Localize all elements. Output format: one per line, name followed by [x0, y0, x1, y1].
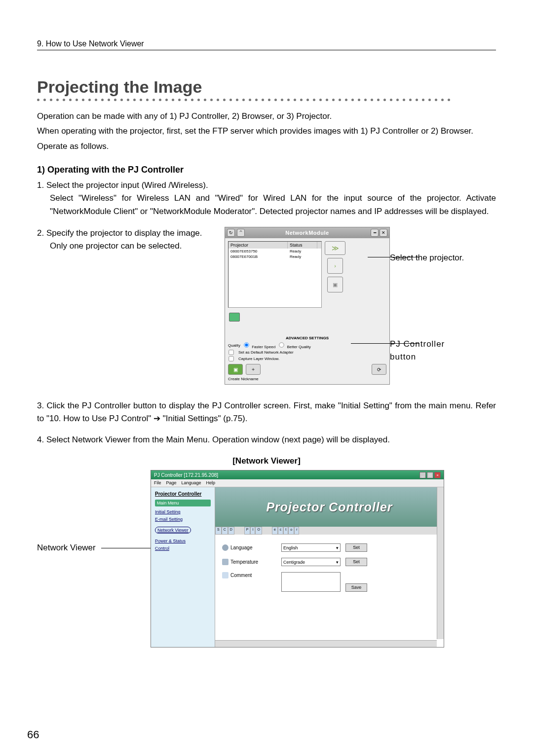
tab[interactable]: C [222, 527, 228, 535]
play-button[interactable]: › [327, 258, 343, 274]
list-row[interactable]: 08007E653750 Ready [228, 249, 321, 254]
label-temperature: Temperature [230, 559, 258, 565]
callout-line [101, 548, 151, 548]
menu-file[interactable]: File [154, 480, 161, 486]
row-temperature: Temperature Centigrade▾ Set [222, 558, 437, 566]
tab[interactable]: I [250, 527, 255, 535]
wifi-icon[interactable]: ⌃ [237, 229, 245, 237]
step-2-lead: 2. Specify the projector to display the … [37, 228, 202, 238]
callout-select-projector: Select the projector. [390, 252, 464, 264]
network-viewer-heading: [Network Viewer] [37, 456, 496, 466]
sidebar-network-viewer[interactable]: Network Viewer [155, 527, 191, 534]
cell-proj: 08007E67001B [228, 254, 288, 259]
sidebar-initial-setting[interactable]: Initial Setting [155, 509, 211, 514]
add-button[interactable]: ＋ [246, 364, 261, 375]
callout-pj-controller: PJ Controller button [390, 338, 445, 364]
cell-status: Ready [288, 254, 317, 259]
decorative-dots [37, 99, 496, 101]
sidebar-email-setting[interactable]: E-mail Setting [155, 517, 211, 522]
sidebar-main-menu[interactable]: Main Menu [155, 500, 211, 506]
play-all-button[interactable]: ≫ [325, 241, 345, 255]
close-icon[interactable]: ✕ [380, 229, 387, 237]
tab[interactable]: O [255, 527, 262, 535]
networkmodule-window: ↻ ⌃ NetworkModule ━ ✕ Projector Status [225, 227, 390, 385]
default-adapter-checkbox[interactable]: Set as Default Network Adapter [228, 349, 386, 356]
sidebar-title: Projector Controller [155, 491, 211, 497]
tab[interactable]: c [278, 527, 284, 535]
cell-proj: 08007E653750 [228, 249, 288, 254]
better-quality-radio[interactable]: Better Quality [278, 342, 311, 349]
chapter-heading: 9. How to Use Network Viewer [37, 39, 496, 50]
pj-main-panel: Projector Controller SCD PIO ector Langu… [215, 487, 444, 647]
cell-status: Ready [288, 249, 317, 254]
menu-page[interactable]: Page [166, 480, 177, 486]
pj-tabs: SCD PIO ector [215, 527, 444, 535]
network-viewer-label: Network Viewer [37, 470, 151, 553]
reload-icon[interactable]: ↻ [227, 229, 235, 237]
intro-p2: When operating with the projector, first… [37, 125, 496, 138]
chevron-down-icon: ▾ [336, 560, 339, 565]
row-language: Language English▾ Set [222, 543, 437, 552]
tab[interactable]: e [272, 527, 278, 535]
step-2-row: 2. Specify the projector to display the … [37, 227, 496, 385]
set-button[interactable]: Set [345, 558, 367, 566]
col-projector: Projector [228, 242, 288, 249]
tab[interactable]: r [294, 527, 299, 535]
label-comment: Comment [230, 573, 252, 578]
step-1-lead: 1. Select the projector input (Wired /Wi… [37, 180, 208, 190]
minimize-icon[interactable]: _ [419, 472, 426, 478]
pj-title-text: PJ Controller [172.21.95.208] [154, 472, 218, 478]
save-button[interactable]: Save [345, 583, 367, 592]
list-row[interactable]: 08007E67001B Ready [228, 254, 321, 259]
advanced-settings-label: ADVANCED SETTINGS [228, 336, 386, 340]
step-4: 4. Select Network Viewer from the Main M… [37, 433, 496, 446]
quality-label: Quality [228, 343, 240, 348]
page: 9. How to Use Network Viewer Projecting … [0, 0, 533, 756]
vertical-scrollbar[interactable] [437, 487, 444, 639]
maximize-icon[interactable]: □ [427, 472, 433, 478]
tab[interactable]: t [283, 527, 288, 535]
apply-button[interactable]: ▣ [228, 364, 243, 375]
step-3: 3. Click the PJ Controller button to dis… [37, 399, 496, 426]
minimize-icon[interactable]: ━ [371, 229, 379, 237]
pj-sidebar: Projector Controller Main Menu Initial S… [151, 487, 215, 647]
capture-layer-checkbox[interactable]: Capture Layer Window. [228, 356, 386, 362]
pj-controller-window: PJ Controller [172.21.95.208] _ □ × File… [151, 470, 444, 648]
thermometer-icon [222, 559, 228, 565]
network-viewer-figure: Network Viewer PJ Controller [172.21.95.… [37, 470, 496, 648]
set-button[interactable]: Set [345, 543, 367, 552]
create-nickname-link[interactable]: Create Nickname [228, 377, 386, 381]
globe-icon [222, 544, 228, 551]
menu-help[interactable]: Help [206, 480, 216, 486]
step-1: 1. Select the projector input (Wired /Wi… [37, 179, 496, 218]
chevron-down-icon: ▾ [336, 545, 339, 550]
pj-banner-text: Projector Controller [266, 500, 392, 514]
intro-p1: Operation can be made with any of 1) PJ … [37, 110, 496, 123]
col-status: Status [288, 242, 317, 249]
comment-textarea[interactable] [281, 572, 341, 592]
pj-titlebar: PJ Controller [172.21.95.208] _ □ × [151, 470, 444, 479]
tab[interactable]: P [244, 527, 251, 535]
close-icon[interactable]: × [434, 472, 441, 478]
menu-language[interactable]: Language [182, 480, 201, 486]
pj-banner: Projector Controller [215, 487, 444, 527]
faster-speed-radio[interactable]: Faster Speed [243, 342, 275, 349]
pj-controller-button[interactable]: ⟳ [372, 364, 386, 375]
presenter-icon[interactable]: ▣ [327, 277, 343, 292]
tab[interactable]: o [288, 527, 294, 535]
language-select[interactable]: English▾ [281, 543, 341, 552]
projector-list[interactable]: Projector Status 08007E653750 Ready 0800… [228, 241, 322, 308]
tab[interactable]: S [215, 527, 222, 535]
subheading-1: 1) Operating with the PJ Controller [37, 165, 496, 175]
sidebar-control[interactable]: Control [155, 546, 211, 551]
row-comment: Comment Save [222, 572, 437, 592]
step-1-body: Select "Wireless" for Wireless LAN and "… [37, 192, 496, 218]
sidebar-power-status[interactable]: Power & Status [155, 539, 211, 543]
tab[interactable]: D [228, 527, 234, 535]
step-2-body: Only one projector can be selected. [37, 240, 220, 252]
horizontal-scrollbar[interactable] [215, 640, 437, 647]
user-icon[interactable] [229, 313, 240, 322]
temperature-select[interactable]: Centigrade▾ [281, 558, 341, 566]
comment-icon [222, 572, 228, 578]
nm-titlebar: ↻ ⌃ NetworkModule ━ ✕ [225, 227, 389, 238]
